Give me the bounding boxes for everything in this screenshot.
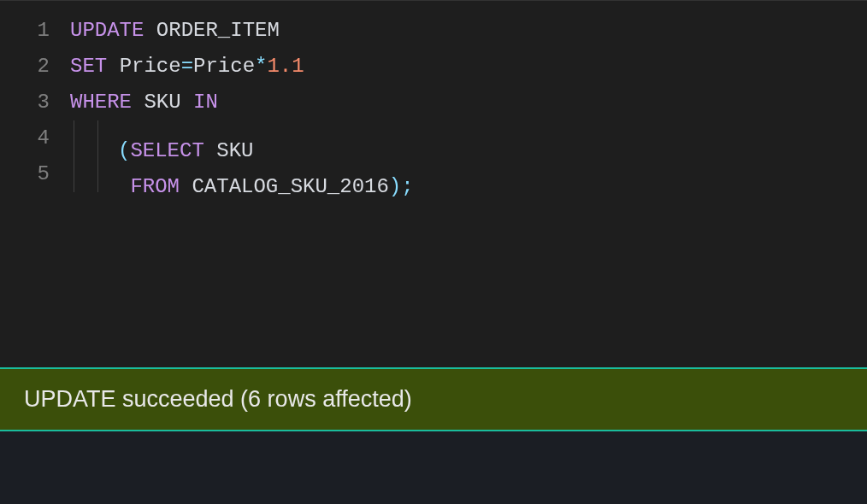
line-number: 3 <box>0 85 70 120</box>
code-content[interactable]: WHERE SKU IN <box>70 85 218 120</box>
code-line[interactable]: 5 FROM CATALOG_SKU_2016); <box>0 156 867 192</box>
status-bar: UPDATE succeeded (6 rows affected) <box>0 367 867 431</box>
token: Price <box>120 55 181 78</box>
editor-empty-space[interactable] <box>0 192 867 367</box>
token: SET <box>70 55 107 78</box>
token <box>144 19 156 42</box>
token: UPDATE <box>70 19 144 42</box>
token: IN <box>193 91 218 114</box>
indent-guides <box>70 120 118 156</box>
token: * <box>255 55 267 78</box>
token: 1.1 <box>267 55 304 78</box>
line-number: 1 <box>0 13 70 49</box>
code-line[interactable]: 3WHERE SKU IN <box>0 85 867 120</box>
indent-guides <box>70 156 118 192</box>
line-number: 4 <box>0 120 70 156</box>
token <box>132 91 144 114</box>
status-message: UPDATE succeeded (6 rows affected) <box>24 386 412 412</box>
token <box>107 55 119 78</box>
token <box>181 91 193 114</box>
code-content[interactable]: SET Price=Price*1.1 <box>70 49 304 85</box>
token: ORDER_ITEM <box>156 19 280 42</box>
code-editor[interactable]: 1UPDATE ORDER_ITEM2SET Price=Price*1.13W… <box>0 1 867 192</box>
code-line[interactable]: 2SET Price=Price*1.1 <box>0 49 867 85</box>
line-number: 2 <box>0 49 70 85</box>
results-panel[interactable] <box>0 431 867 504</box>
code-line[interactable]: 1UPDATE ORDER_ITEM <box>0 13 867 49</box>
token: Price <box>193 55 255 78</box>
code-content[interactable]: UPDATE ORDER_ITEM <box>70 13 280 49</box>
token: WHERE <box>70 91 132 114</box>
code-line[interactable]: 4(SELECT SKU <box>0 120 867 156</box>
sql-editor-pane: 1UPDATE ORDER_ITEM2SET Price=Price*1.13W… <box>0 0 867 504</box>
line-number: 5 <box>0 156 70 192</box>
token: SKU <box>144 91 180 114</box>
token: = <box>181 55 193 78</box>
